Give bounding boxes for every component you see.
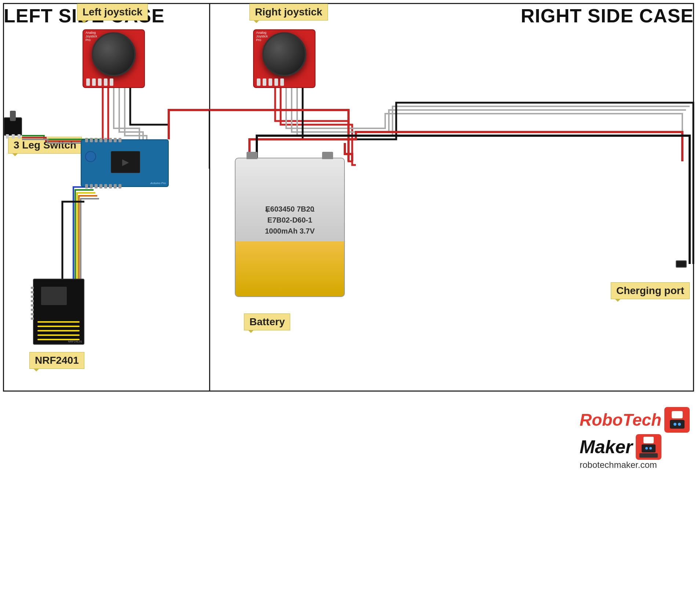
battery: + - E603450 7B20 E7B02-D60-1 1000mAh 3.7…: [235, 158, 345, 297]
nrf-pin: [31, 318, 34, 320]
nrf-note: NRF2401: [29, 352, 84, 369]
arduino-pins-bottom: [85, 184, 121, 188]
right-joystick-knob: [262, 32, 306, 76]
arduino-pin: [95, 138, 98, 142]
nrf-antenna-line: [37, 334, 80, 336]
switch-pin: [12, 134, 15, 139]
battery-terminal-positive: [247, 152, 258, 159]
right-joystick-board: AnalogJoystickPro: [253, 29, 315, 88]
left-joystick-module: AnalogJoystickPro: [83, 29, 145, 103]
right-joystick-module: AnalogJoystickPro: [253, 29, 315, 103]
arduino-pin: [90, 184, 93, 188]
nrf-antenna-line: [37, 330, 80, 331]
battery-line1: E603450 7B20: [265, 205, 314, 213]
left-joystick-board-label: AnalogJoystickPro: [85, 31, 97, 42]
left-joystick-pin: [86, 78, 90, 86]
left-joystick-pin: [92, 78, 96, 86]
arduino-board: Arduino Pro: [81, 139, 169, 187]
right-case-label: RIGHT SIDE CASE: [521, 5, 694, 27]
nrf-antenna-line: [37, 326, 80, 327]
nrf-pin: [31, 313, 34, 315]
robot-icon: [664, 407, 690, 433]
three-leg-switch: [4, 117, 22, 136]
arduino-pin: [104, 184, 107, 188]
battery-note: Battery: [244, 314, 290, 330]
nrf-antenna: [37, 321, 80, 340]
arduino-pin: [114, 184, 117, 188]
arduino-pin: [114, 138, 117, 142]
switch-pin: [18, 134, 21, 139]
arduino-pin: [90, 138, 93, 142]
battery-minus-label: -: [312, 206, 315, 216]
left-joystick-pin: [104, 78, 107, 86]
left-joystick-pin: [110, 78, 113, 86]
right-joystick-pin: [274, 78, 278, 86]
battery-line2: E7B02-D60-1: [267, 216, 312, 224]
arduino-pin: [104, 138, 107, 142]
switch-body: [4, 117, 22, 136]
logo-area: RoboTech Maker robotechmaker.com: [580, 407, 690, 466]
arduino-pin: [85, 184, 88, 188]
left-joystick-pin: [98, 78, 102, 86]
nrf-antenna-line: [37, 321, 80, 323]
left-joystick-board: AnalogJoystickPro: [83, 29, 145, 88]
arduino-pin: [95, 184, 98, 188]
arduino-pin: [85, 138, 88, 142]
switch-pins: [6, 134, 21, 139]
charging-port-note: Cherging port: [611, 282, 690, 299]
arduino-pin: [118, 184, 121, 188]
divider: [209, 3, 210, 392]
nrf-pin: [31, 287, 34, 289]
right-joystick-pin: [269, 78, 272, 86]
charging-port: [676, 260, 687, 268]
nrf-board-label: NRF24L01: [68, 340, 82, 343]
nrf-pin: [31, 300, 34, 302]
switch-lever: [10, 111, 16, 121]
right-joystick-pin: [280, 78, 284, 86]
left-joystick-pins: [86, 78, 113, 86]
battery-plus-label: +: [265, 206, 270, 216]
arduino-pin: [99, 184, 102, 188]
switch-pin: [6, 134, 9, 139]
right-joystick-pin: [263, 78, 266, 86]
three-leg-switch-note: 3 Leg Switch: [8, 137, 82, 154]
right-joystick-note: Right joystick: [249, 4, 328, 21]
arduino-label: Arduino Pro: [150, 182, 166, 185]
right-joystick-pin: [257, 78, 260, 86]
logo-robotech-text: RoboTech: [580, 410, 661, 430]
battery-body: + - E603450 7B20 E7B02-D60-1 1000mAh 3.7…: [235, 158, 345, 297]
arduino-pin: [109, 184, 112, 188]
arduino-pin: [99, 138, 102, 142]
battery-line3: 1000mAh 3.7V: [265, 227, 315, 235]
battery-text: E603450 7B20 E7B02-D60-1 1000mAh 3.7V: [265, 203, 315, 236]
arduino-pins-top: [85, 138, 121, 142]
arduino-component: [85, 151, 96, 162]
nrf-chip: [41, 287, 67, 305]
nrf-pin: [31, 304, 34, 307]
battery-terminal-negative: [322, 152, 333, 159]
nrf-module: NRF24L01: [33, 279, 84, 345]
arduino-chip: [111, 151, 140, 173]
arduino-pin: [109, 138, 112, 142]
left-joystick-knob: [92, 32, 136, 76]
nrf-pins-left: [31, 287, 34, 320]
nrf-pin: [31, 309, 34, 311]
nrf-pin: [31, 296, 34, 298]
nrf-pin: [31, 291, 34, 293]
logo-maker-text: Maker: [580, 436, 633, 458]
left-joystick-note: Left joystick: [77, 4, 148, 21]
right-joystick-board-label: AnalogJoystickPro: [256, 31, 268, 42]
arduino-pin: [118, 138, 121, 142]
right-joystick-pins: [257, 78, 284, 86]
robot-icon-2: [636, 434, 661, 460]
logo-url-text: robotechmaker.com: [580, 460, 657, 470]
